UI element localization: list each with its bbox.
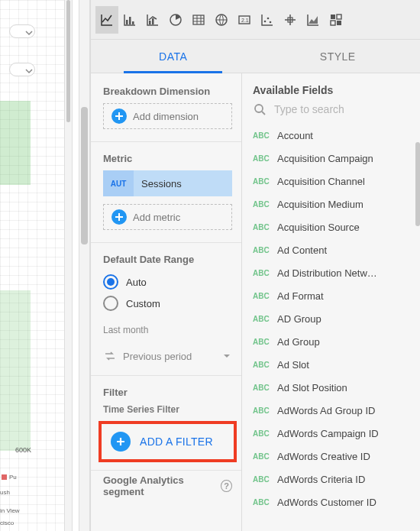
svg-rect-1 bbox=[129, 17, 131, 24]
svg-rect-3 bbox=[149, 21, 151, 24]
field-row[interactable]: ABCAdWords Creative ID bbox=[242, 445, 420, 468]
metric-label: Sessions bbox=[134, 170, 232, 196]
field-name: AdWords Campaign ID bbox=[277, 428, 379, 439]
field-type-badge: ABC bbox=[253, 131, 270, 140]
field-name: Acquisition Medium bbox=[277, 199, 363, 210]
field-row[interactable]: ABCAcquisition Medium bbox=[242, 193, 420, 215]
field-type-badge: ABC bbox=[253, 223, 270, 232]
field-name: Acquisition Campaign bbox=[277, 153, 373, 164]
field-type-badge: ABC bbox=[253, 200, 270, 209]
metric-title: Metric bbox=[103, 153, 232, 164]
field-row[interactable]: ABCAd Slot Position bbox=[242, 376, 420, 399]
date-range-auto[interactable]: Auto bbox=[103, 271, 232, 293]
field-name: AdWords Customer ID bbox=[277, 497, 376, 508]
field-type-badge: ABC bbox=[253, 269, 270, 277]
field-name: Ad Group bbox=[277, 336, 320, 348]
field-type-badge: ABC bbox=[253, 361, 270, 369]
panel-tabs: DATA STYLE bbox=[91, 40, 420, 73]
canvas-shape bbox=[0, 290, 31, 451]
field-row[interactable]: ABCAccount bbox=[242, 124, 420, 147]
fields-search-input[interactable] bbox=[273, 102, 409, 116]
fields-scrollbar[interactable] bbox=[415, 142, 420, 226]
field-name: Acquisition Channel bbox=[277, 176, 365, 187]
field-type-badge: ABC bbox=[253, 177, 270, 186]
field-type-badge: ABC bbox=[253, 475, 270, 484]
field-row[interactable]: ABCAd Slot bbox=[242, 353, 420, 376]
field-name: Ad Slot bbox=[277, 359, 309, 371]
svg-rect-16 bbox=[331, 21, 335, 25]
field-type-badge: ABC bbox=[253, 338, 270, 346]
panel-scrollbar[interactable] bbox=[79, 0, 90, 531]
ga-segment-section[interactable]: Google Analytics segment ? bbox=[91, 470, 242, 496]
bullet-icon[interactable] bbox=[279, 6, 302, 34]
pivot-icon[interactable] bbox=[325, 6, 347, 34]
filter-title: Filter bbox=[103, 387, 232, 398]
field-row[interactable]: ABCAd Group bbox=[242, 330, 420, 353]
canvas-scrollbar[interactable] bbox=[64, 0, 73, 531]
field-row[interactable]: ABCAdWords Campaign ID bbox=[242, 422, 420, 445]
legend-item: Pu bbox=[2, 474, 63, 481]
field-row[interactable]: ABCAdWords Customer ID bbox=[242, 491, 420, 513]
scatter-icon[interactable] bbox=[256, 6, 279, 34]
date-range-custom[interactable]: Custom bbox=[103, 293, 232, 314]
geo-icon[interactable] bbox=[210, 6, 233, 34]
svg-text:2.1: 2.1 bbox=[241, 18, 249, 23]
compare-period-dropdown[interactable]: Previous period bbox=[103, 349, 232, 363]
canvas-text: in View bbox=[0, 507, 20, 514]
add-metric-label: Add metric bbox=[133, 212, 180, 223]
field-row[interactable]: ABCAd Content bbox=[242, 238, 420, 261]
field-name: Acquisition Source bbox=[277, 222, 360, 233]
area-chart-icon[interactable] bbox=[302, 6, 325, 34]
available-fields-panel: Available Fields ABCAccountABCAcquisitio… bbox=[242, 73, 420, 531]
canvas-text: cisco bbox=[0, 520, 14, 526]
dropdown-pill[interactable] bbox=[9, 63, 35, 76]
field-name: Ad Distribution Netw… bbox=[277, 267, 377, 279]
field-name: AdWords Criteria ID bbox=[277, 474, 365, 485]
field-name: Account bbox=[277, 130, 313, 141]
field-row[interactable]: ABCAd Distribution Netw… bbox=[242, 261, 420, 284]
field-type-badge: ABC bbox=[253, 429, 270, 438]
svg-rect-14 bbox=[331, 15, 335, 19]
filter-subtitle: Time Series Filter bbox=[103, 404, 232, 415]
field-row[interactable]: ABCAdWords Ad Group ID bbox=[242, 399, 420, 422]
add-dimension-button[interactable]: Add dimension bbox=[103, 103, 232, 129]
field-name: Ad Format bbox=[277, 290, 324, 302]
field-row[interactable]: ABCAD Group bbox=[242, 307, 420, 330]
field-type-badge: ABC bbox=[253, 384, 270, 392]
field-row[interactable]: ABCAcquisition Campaign bbox=[242, 147, 420, 170]
field-type-badge: ABC bbox=[253, 452, 270, 461]
field-row[interactable]: ABCAcquisition Channel bbox=[242, 170, 420, 193]
field-row[interactable]: ABCAdWords Criteria ID bbox=[242, 468, 420, 491]
canvas-text: ush bbox=[0, 489, 10, 496]
pie-chart-icon[interactable] bbox=[164, 6, 187, 34]
chart-type-toolbar: 2.1 bbox=[91, 0, 420, 40]
svg-point-10 bbox=[264, 20, 267, 22]
field-row[interactable]: ABCAcquisition Source bbox=[242, 215, 420, 238]
tab-data[interactable]: DATA bbox=[91, 40, 256, 73]
field-type-badge: ABC bbox=[253, 246, 270, 254]
metric-sessions-chip[interactable]: AUT Sessions bbox=[103, 170, 232, 196]
fields-search[interactable] bbox=[242, 99, 420, 124]
svg-rect-15 bbox=[337, 15, 341, 19]
svg-rect-2 bbox=[132, 21, 134, 24]
help-icon[interactable]: ? bbox=[221, 480, 232, 492]
table-icon[interactable] bbox=[187, 6, 210, 34]
add-metric-button[interactable]: Add metric bbox=[103, 204, 232, 230]
axis-label: 600K bbox=[15, 446, 31, 454]
add-filter-label: ADD A FILTER bbox=[140, 435, 213, 448]
bar-chart-icon[interactable] bbox=[118, 6, 141, 34]
dropdown-pill[interactable] bbox=[9, 24, 35, 38]
line-chart-icon[interactable] bbox=[95, 6, 118, 34]
scorecard-icon[interactable]: 2.1 bbox=[233, 6, 256, 34]
svg-point-18 bbox=[255, 105, 263, 112]
field-row[interactable]: ABCAd Format bbox=[242, 284, 420, 307]
add-filter-button[interactable]: ADD A FILTER bbox=[106, 429, 229, 455]
tab-style[interactable]: STYLE bbox=[256, 40, 421, 73]
field-name: AdWords Creative ID bbox=[277, 451, 370, 462]
plus-icon bbox=[111, 209, 127, 225]
svg-rect-0 bbox=[126, 20, 128, 24]
field-list: ABCAccountABCAcquisition CampaignABCAcqu… bbox=[242, 124, 420, 531]
report-canvas-strip: 600K Pu ush in View cisco bbox=[0, 0, 64, 531]
combo-chart-icon[interactable] bbox=[141, 6, 164, 34]
properties-panel: 2.1 DATA STYLE Breakdown Dimension bbox=[90, 0, 420, 531]
